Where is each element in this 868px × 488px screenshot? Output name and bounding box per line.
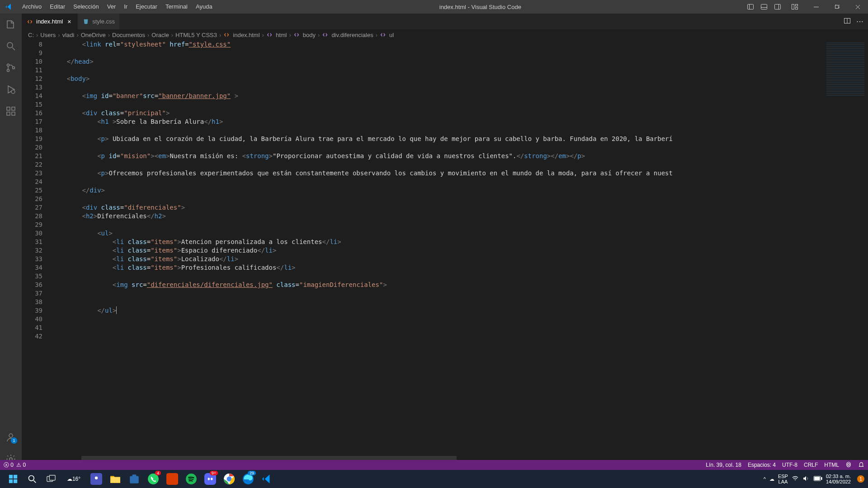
svg-rect-0 (748, 5, 754, 9)
code-area[interactable]: <link rel="stylesheet" href="style.css" … (52, 40, 823, 461)
crumb[interactable]: Oracle (151, 32, 169, 38)
run-debug-icon[interactable] (0, 79, 22, 100)
crumb[interactable]: index.html (223, 32, 259, 38)
explorer-icon[interactable] (0, 14, 22, 35)
crumb[interactable]: Users (40, 32, 56, 38)
onedrive-tray-icon[interactable]: ☁ (769, 476, 774, 482)
tab-close-icon[interactable]: × (66, 18, 73, 25)
minimize-button[interactable] (806, 0, 826, 14)
menu-archivo[interactable]: Archivo (18, 0, 46, 14)
wifi-tray-icon[interactable] (792, 475, 799, 483)
svg-line-34 (33, 480, 36, 483)
layout-controls (744, 0, 801, 14)
html-file-icon (26, 18, 33, 25)
language-mode[interactable]: HTML (824, 462, 839, 468)
accounts-icon[interactable]: 1 (0, 427, 22, 448)
svg-rect-23 (12, 107, 15, 110)
tray-chevron-icon[interactable]: ^ (764, 476, 766, 482)
svg-rect-7 (796, 5, 798, 6)
edge-icon[interactable]: 29 (239, 470, 258, 488)
crumb[interactable]: Documentos (112, 32, 145, 38)
menu-seleccion[interactable]: Selección (69, 0, 103, 14)
discord-icon[interactable]: 9+ (201, 470, 220, 488)
toggle-panel-bottom-icon[interactable] (758, 0, 770, 14)
taskbar-app[interactable] (163, 470, 182, 488)
menu-ayuda[interactable]: Ayuda (192, 0, 217, 14)
chevron-right-icon: › (58, 32, 60, 38)
chevron-right-icon: › (289, 32, 291, 38)
clock[interactable]: 02:33 a. m.14/09/2022 (826, 474, 854, 484)
chevron-right-icon: › (262, 32, 264, 38)
errors-icon[interactable]: ⓧ 0 (4, 461, 14, 469)
minimap[interactable] (823, 40, 868, 461)
maximize-button[interactable] (826, 0, 847, 14)
language-indicator[interactable]: ESPLAA (778, 474, 788, 484)
chevron-right-icon: › (76, 32, 78, 38)
menu-ir[interactable]: Ir (120, 0, 132, 14)
crumb[interactable]: html (266, 32, 287, 38)
svg-point-17 (13, 67, 15, 69)
menu-terminal[interactable]: Terminal (161, 0, 192, 14)
crumb[interactable]: body (293, 32, 316, 38)
extensions-icon[interactable] (0, 100, 22, 122)
breadcrumb[interactable]: C:› Users› vladi› OneDrive› Documentos› … (22, 29, 868, 40)
crumb[interactable]: HTML5 Y CSS3 (175, 32, 217, 38)
menu-editar[interactable]: Editar (46, 0, 69, 14)
toggle-panel-right-icon[interactable] (771, 0, 784, 14)
crumb[interactable]: OneDrive (81, 32, 106, 38)
task-view-button[interactable] (42, 470, 61, 488)
more-actions-icon[interactable]: ⋯ (856, 17, 863, 26)
live-preview-icon[interactable] (845, 461, 852, 469)
window-title: index.html - Visual Studio Code (217, 4, 744, 10)
toggle-panel-left-icon[interactable] (744, 0, 757, 14)
weather-widget[interactable]: ☁ 16° (61, 470, 87, 488)
search-button[interactable] (23, 470, 42, 488)
tab-style-css[interactable]: style.css (78, 14, 120, 29)
split-editor-icon[interactable] (844, 17, 851, 26)
notifications-icon[interactable] (858, 461, 864, 469)
file-explorer-icon[interactable] (106, 470, 125, 488)
svg-point-24 (9, 434, 13, 437)
taskbar: ☁ 16° 4 9+ 29 ^ ☁ ESPLAA 02:33 a. m.14/0… (0, 470, 868, 488)
svg-point-38 (95, 477, 98, 480)
whatsapp-icon[interactable]: 4 (144, 470, 163, 488)
svg-rect-21 (7, 112, 10, 115)
chrome-icon[interactable] (220, 470, 239, 488)
vscode-logo (0, 3, 18, 11)
tab-index-html[interactable]: index.html × (22, 14, 78, 29)
customize-layout-icon[interactable] (788, 0, 801, 14)
svg-rect-36 (49, 475, 55, 480)
editor[interactable]: 8910111213141516171819202122232425262728… (22, 40, 868, 461)
close-button[interactable] (847, 0, 868, 14)
svg-rect-51 (821, 478, 822, 480)
svg-rect-42 (166, 473, 178, 485)
menu-ejecutar[interactable]: Ejecutar (132, 0, 161, 14)
svg-rect-8 (796, 8, 798, 9)
crumb[interactable]: C: (28, 32, 34, 38)
microsoft-store-icon[interactable] (125, 470, 144, 488)
indent-status[interactable]: Espacios: 4 (748, 462, 776, 468)
encoding-status[interactable]: UTF-8 (782, 462, 797, 468)
cursor-position[interactable]: Lín. 39, col. 18 (706, 462, 741, 468)
spotify-icon[interactable] (182, 470, 201, 488)
menu-ver[interactable]: Ver (103, 0, 120, 14)
tab-label: index.html (36, 18, 63, 25)
crumb[interactable]: div.diferenciales (322, 32, 373, 38)
crumb[interactable]: vladi (62, 32, 75, 38)
taskbar-app[interactable] (87, 470, 106, 488)
eol-status[interactable]: CRLF (804, 462, 818, 468)
crumb[interactable]: ul (380, 32, 394, 38)
svg-rect-32 (14, 479, 17, 483)
chevron-right-icon: › (36, 32, 38, 38)
chevron-right-icon: › (376, 32, 377, 38)
window-controls (806, 0, 868, 14)
start-button[interactable] (4, 470, 23, 488)
source-control-icon[interactable] (0, 57, 22, 79)
warnings-icon[interactable]: ⚠ 0 (16, 462, 26, 468)
volume-tray-icon[interactable] (802, 475, 810, 483)
vscode-taskbar-icon[interactable] (258, 470, 277, 488)
battery-tray-icon[interactable] (813, 476, 822, 482)
search-icon[interactable] (0, 35, 22, 57)
svg-rect-4 (775, 5, 781, 9)
notification-center-icon[interactable]: 1 (857, 475, 864, 483)
